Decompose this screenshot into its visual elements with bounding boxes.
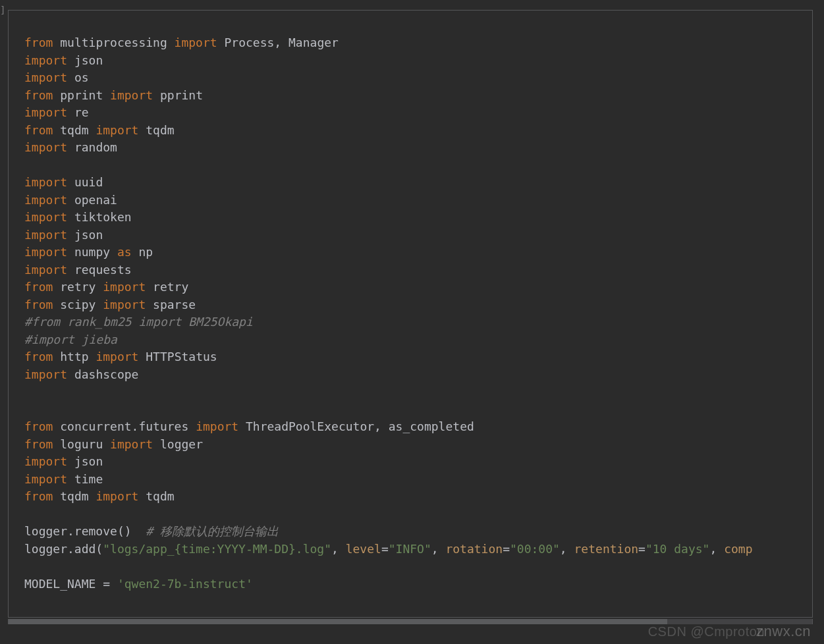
code-line[interactable] [24, 383, 812, 401]
code-editor[interactable]: from multiprocessing import Process, Man… [8, 10, 813, 618]
code-line[interactable]: MODEL_NAME = 'qwen2-7b-instruct' [24, 576, 812, 593]
code-line[interactable]: import random [24, 139, 812, 157]
code-line[interactable] [24, 157, 812, 174]
code-line[interactable]: import json [24, 453, 812, 471]
code-line[interactable]: import dashscope [24, 366, 812, 384]
code-line[interactable]: from pprint import pprint [24, 87, 812, 105]
code-line[interactable]: from tqdm import tqdm [24, 122, 812, 140]
code-line[interactable] [24, 506, 812, 523]
code-line[interactable]: import numpy as np [24, 244, 812, 261]
horizontal-scrollbar-thumb[interactable] [9, 619, 667, 624]
code-line[interactable]: from retry import retry [24, 279, 812, 296]
code-line[interactable] [24, 558, 812, 576]
code-line[interactable]: import time [24, 471, 812, 489]
code-line[interactable]: import os [24, 69, 812, 87]
code-line[interactable]: import tiktoken [24, 209, 812, 227]
code-line[interactable]: from concurrent.futures import ThreadPoo… [24, 418, 812, 436]
code-line[interactable]: #from rank_bm25 import BM25Okapi [24, 313, 812, 331]
code-line[interactable]: import re [24, 104, 812, 122]
code-line[interactable]: logger.remove() # 移除默认的控制台输出 [24, 523, 812, 541]
watermark-csdn: CSDN @Cmproton [648, 623, 765, 641]
code-line[interactable]: import json [24, 227, 812, 244]
gutter-marker: ] [0, 0, 7, 644]
code-line[interactable]: logger.add("logs/app_{time:YYYY-MM-DD}.l… [24, 541, 812, 558]
code-line[interactable]: import openai [24, 192, 812, 209]
code-line[interactable]: from loguru import logger [24, 436, 812, 454]
horizontal-scrollbar-track[interactable] [8, 619, 813, 624]
code-line[interactable]: import uuid [24, 174, 812, 192]
code-line[interactable]: #import jieba [24, 331, 812, 349]
code-line[interactable]: from tqdm import tqdm [24, 488, 812, 506]
code-line[interactable]: from http import HTTPStatus [24, 348, 812, 366]
code-line[interactable]: from multiprocessing import Process, Man… [24, 34, 812, 52]
code-content[interactable]: from multiprocessing import Process, Man… [24, 34, 812, 593]
code-line[interactable]: import json [24, 52, 812, 70]
code-line[interactable]: import requests [24, 261, 812, 279]
code-line[interactable]: from scipy import sparse [24, 296, 812, 314]
watermark-znwx: znwx.cn [756, 623, 811, 641]
code-line[interactable] [24, 401, 812, 419]
